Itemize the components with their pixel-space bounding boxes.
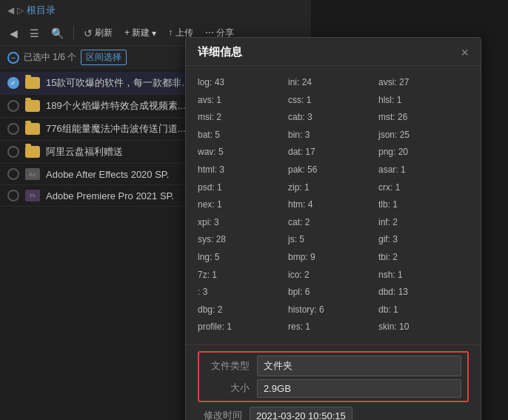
size-row: 大小 2.9GB — [205, 379, 461, 398]
back-icon[interactable]: ◀ — [7, 5, 14, 16]
stat-item: cab: 3 — [288, 110, 378, 126]
file-name: 15款可吹爆的软件，每一款都非... — [46, 76, 190, 90]
back-button[interactable]: ◀ — [6, 26, 21, 41]
app-icon: Pr — [25, 190, 40, 201]
close-button[interactable]: × — [461, 46, 469, 59]
stat-item: png: 20 — [378, 144, 469, 161]
stat-item: tlb: 1 — [378, 197, 469, 213]
stat-item: asar: 1 — [378, 162, 469, 179]
filetype-label: 文件类型 — [205, 359, 250, 373]
stat-item: htm: 4 — [288, 197, 378, 213]
stat-item: hlsl: 1 — [378, 93, 469, 109]
size-label: 大小 — [205, 381, 250, 395]
size-value: 2.9GB — [257, 379, 461, 398]
back-arrow-icon: ◀ — [10, 27, 18, 39]
stat-item: nex: 1 — [198, 197, 288, 213]
stat-item: inf: 2 — [378, 215, 469, 231]
stat-item: bmp: 9 — [288, 250, 378, 266]
detail-panel: 详细信息 × log: 43ini: 24avsi: 27avs: 1css: … — [185, 37, 481, 420]
stat-item: avsi: 27 — [378, 75, 469, 91]
stat-item: dat: 17 — [288, 144, 378, 161]
stat-item: js: 5 — [288, 232, 378, 248]
selection-count: 已选中 1/6 个 — [24, 51, 76, 64]
stat-item: pak: 56 — [288, 162, 378, 179]
list-icon: ☰ — [30, 27, 39, 39]
stat-item: gif: 3 — [378, 232, 469, 248]
stats-section: log: 43ini: 24avsi: 27avs: 1css: 1hlsl: … — [186, 66, 481, 344]
stat-item: profile: 1 — [198, 319, 288, 336]
breadcrumb: ◀ ▷ 根目录 — [0, 0, 311, 21]
detail-header: 详细信息 × — [186, 38, 481, 66]
app-icon: Ae — [25, 168, 40, 180]
stat-item: 7z: 1 — [198, 267, 288, 284]
file-check-5[interactable] — [7, 168, 19, 180]
folder-icon — [25, 77, 40, 89]
stat-item: sys: 28 — [198, 232, 288, 248]
filetype-row: 文件类型 文件夹 — [205, 356, 461, 376]
stat-item: bin: 3 — [288, 127, 378, 144]
folder-icon — [25, 123, 40, 135]
file-check-2[interactable] — [7, 100, 19, 112]
stat-item: zip: 1 — [288, 180, 378, 196]
stat-item: history: 6 — [288, 302, 378, 319]
filetype-value: 文件夹 — [257, 356, 461, 376]
stat-item: lng: 5 — [198, 250, 288, 266]
stat-item: mst: 26 — [378, 110, 469, 126]
stat-item: html: 3 — [198, 162, 288, 179]
stat-item: skin: 10 — [378, 319, 469, 336]
stat-item: dbg: 2 — [198, 302, 288, 319]
stat-item: bpl: 6 — [288, 284, 378, 301]
stat-item: log: 43 — [198, 75, 288, 91]
folder-icon — [25, 100, 40, 112]
stat-item: ini: 24 — [288, 75, 378, 91]
stat-item: res: 1 — [288, 319, 378, 336]
stat-item: css: 1 — [288, 93, 378, 109]
search-icon: 🔍 — [51, 27, 64, 39]
select-all-check[interactable] — [7, 52, 19, 64]
forward-icon[interactable]: ▷ — [17, 5, 24, 16]
stat-item: ico: 2 — [288, 267, 378, 284]
file-name: 阿里云盘福利赠送 — [46, 145, 123, 159]
stat-item: avs: 1 — [198, 93, 288, 109]
file-name: 189个火焰爆炸特效合成视频素... — [46, 99, 186, 113]
modified-row: 修改时间 2021-03-20 10:50:15 — [198, 407, 469, 420]
folder-icon — [25, 146, 40, 158]
file-check-1[interactable] — [7, 77, 19, 89]
root-link[interactable]: 根目录 — [27, 4, 56, 17]
refresh-icon: ↺ — [84, 27, 93, 39]
stat-item: db: 1 — [378, 302, 469, 319]
stat-item: msi: 2 — [198, 110, 288, 126]
file-name: Adobe Premiere Pro 2021 SP. — [46, 190, 174, 201]
stat-item: wav: 5 — [198, 144, 288, 161]
detail-title: 详细信息 — [198, 45, 242, 59]
modified-label: 修改时间 — [198, 409, 242, 420]
chevron-down-icon: ▾ — [152, 28, 156, 39]
stat-item: : 3 — [198, 284, 288, 301]
file-name: 776组能量魔法冲击波传送门道... — [46, 122, 186, 136]
stat-item: dbd: 13 — [378, 284, 469, 301]
range-select-button[interactable]: 区间选择 — [81, 50, 127, 65]
info-section: 文件类型 文件夹 大小 2.9GB 修改时间 2021-03-20 10:50:… — [186, 344, 481, 420]
stat-item: bat: 5 — [198, 127, 288, 144]
stat-item: psd: 1 — [198, 180, 288, 196]
stat-item: json: 25 — [378, 127, 469, 144]
search-button[interactable]: 🔍 — [47, 26, 67, 41]
stat-item: xpi: 3 — [198, 215, 288, 231]
separator — [73, 27, 74, 40]
refresh-button[interactable]: ↺ 刷新 — [80, 25, 116, 41]
modified-value: 2021-03-20 10:50:15 — [250, 407, 352, 420]
new-button[interactable]: + 新建 ▾ — [121, 25, 160, 41]
stat-item: cat: 2 — [288, 215, 378, 231]
file-check-6[interactable] — [7, 190, 19, 201]
highlight-group: 文件类型 文件夹 大小 2.9GB — [198, 351, 469, 402]
stat-item: crx: 1 — [378, 180, 469, 196]
file-check-4[interactable] — [7, 146, 19, 158]
file-check-3[interactable] — [7, 123, 19, 135]
stat-item: tbi: 2 — [378, 250, 469, 266]
stat-item: nsh: 1 — [378, 267, 469, 284]
list-button[interactable]: ☰ — [26, 26, 43, 41]
file-name: Adobe After Effects 2020 SP. — [46, 169, 169, 180]
